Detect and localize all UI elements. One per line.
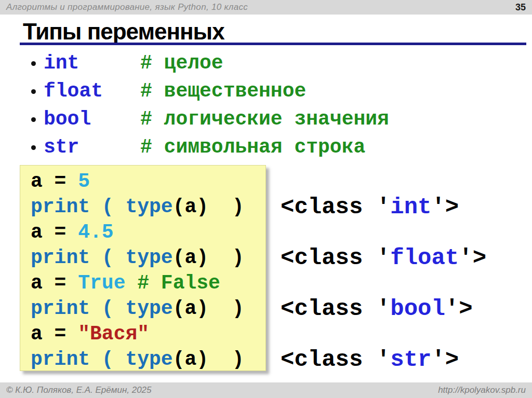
type-name: int <box>44 49 79 77</box>
code-literal: 5 <box>78 170 90 193</box>
code-string: "Вася" <box>78 323 149 345</box>
code-example-box: a = 5 print ( type(a) ) a = 4.5 print ( … <box>20 165 266 371</box>
output-text: <class ' <box>281 245 390 271</box>
output-text: <class ' <box>281 296 390 322</box>
code-comment: # False <box>125 272 220 294</box>
copyright-text: © К.Ю. Поляков, Е.А. Ерёмин, 2025 <box>6 385 152 395</box>
output-text: '> <box>459 245 486 271</box>
presentation-slide: Алгоритмы и программирование, язык Pytho… <box>0 0 532 398</box>
output-type-name: str <box>390 347 431 373</box>
code-line-3: a = 4.5 <box>31 219 265 245</box>
type-name: bool <box>44 105 91 133</box>
output-text: <class ' <box>281 194 390 220</box>
output-line-bool: <class 'bool'> <box>281 296 486 322</box>
output-type-name: int <box>390 194 431 220</box>
type-comment: # вещественное <box>140 77 306 105</box>
code-literal: True <box>78 272 125 294</box>
output-type-name: float <box>390 245 459 271</box>
code-keyword: print ( type <box>31 297 173 320</box>
bullet-icon <box>31 145 36 150</box>
code-line-6: print ( type(a) ) <box>31 296 265 321</box>
code-keyword: print ( type <box>31 348 173 370</box>
code-text: (a) ) <box>173 196 244 218</box>
output-text: '> <box>431 194 459 220</box>
code-keyword: print ( type <box>31 196 173 218</box>
code-line-7: a = "Вася" <box>31 321 265 347</box>
slide-title: Типы переменных <box>23 19 224 45</box>
code-variable: a = <box>31 221 78 243</box>
type-comment: # логические значения <box>140 105 389 133</box>
type-name: str <box>44 133 79 161</box>
bullet-icon <box>31 61 36 66</box>
course-title: Алгоритмы и программирование, язык Pytho… <box>6 2 248 12</box>
code-line-5: a = True # False <box>31 270 265 296</box>
code-variable: a = <box>31 170 78 193</box>
program-output: <class 'int'> <class 'float'> <class 'bo… <box>281 195 486 398</box>
code-literal: 4.5 <box>78 221 113 243</box>
output-line-str: <class 'str'> <box>281 347 486 373</box>
code-line-2: print ( type(a) ) <box>31 194 265 219</box>
code-variable: a = <box>31 323 78 345</box>
footer-bar: © К.Ю. Поляков, Е.А. Ерёмин, 2025 http:/… <box>0 382 532 398</box>
output-text: <class ' <box>281 347 390 373</box>
type-comment: # целое <box>140 49 223 77</box>
code-keyword: print ( type <box>31 246 173 269</box>
page-number: 35 <box>515 2 526 13</box>
type-comment: # символьная строка <box>140 133 365 161</box>
output-line-float: <class 'float'> <box>281 245 486 271</box>
code-text: (a) ) <box>173 297 244 320</box>
code-text: (a) ) <box>173 348 244 370</box>
bullet-icon <box>31 117 36 122</box>
bullet-icon <box>31 89 36 94</box>
code-line-1: a = 5 <box>31 169 265 194</box>
author-site-link[interactable]: http://kpolyakov.spb.ru <box>438 385 526 395</box>
code-line-8: print ( type(a) ) <box>31 347 265 372</box>
output-line-int: <class 'int'> <box>281 195 486 220</box>
code-variable: a = <box>31 272 78 294</box>
type-name: float <box>44 77 103 105</box>
title-underline <box>20 43 526 45</box>
header-bar: Алгоритмы и программирование, язык Pytho… <box>0 0 532 15</box>
output-type-name: bool <box>390 296 445 322</box>
code-line-4: print ( type(a) ) <box>31 245 265 270</box>
output-text: '> <box>445 296 473 322</box>
code-text: (a) ) <box>173 246 244 269</box>
output-text: '> <box>431 347 459 373</box>
